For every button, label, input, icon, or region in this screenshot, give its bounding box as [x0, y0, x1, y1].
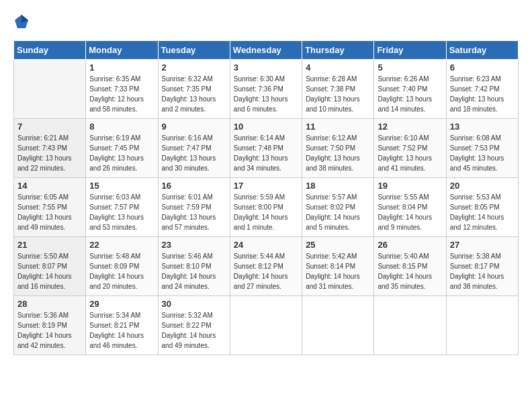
- day-number: 1: [89, 62, 154, 73]
- day-info: Sunrise: 6:19 AM Sunset: 7:45 PM Dayligh…: [89, 133, 154, 173]
- day-number: 17: [234, 181, 298, 191]
- day-cell: 14Sunrise: 6:05 AM Sunset: 7:55 PM Dayli…: [14, 178, 86, 237]
- day-cell: [14, 60, 86, 119]
- day-cell: 9Sunrise: 6:16 AM Sunset: 7:47 PM Daylig…: [158, 119, 230, 178]
- day-number: 18: [306, 181, 370, 191]
- day-info: Sunrise: 5:38 AM Sunset: 8:17 PM Dayligh…: [450, 251, 515, 291]
- day-number: 7: [17, 122, 82, 132]
- day-info: Sunrise: 5:34 AM Sunset: 8:21 PM Dayligh…: [89, 310, 154, 351]
- day-info: Sunrise: 5:44 AM Sunset: 8:12 PM Dayligh…: [234, 251, 298, 291]
- day-number: 12: [378, 122, 442, 132]
- day-cell: 13Sunrise: 6:08 AM Sunset: 7:53 PM Dayli…: [446, 119, 518, 178]
- logo-icon: [13, 13, 30, 30]
- day-number: 19: [378, 181, 442, 191]
- day-cell: 1Sunrise: 6:35 AM Sunset: 7:33 PM Daylig…: [86, 60, 158, 119]
- day-cell: 5Sunrise: 6:26 AM Sunset: 7:40 PM Daylig…: [374, 60, 446, 119]
- day-cell: 20Sunrise: 5:53 AM Sunset: 8:05 PM Dayli…: [446, 178, 518, 237]
- logo: [13, 13, 32, 30]
- day-number: 10: [234, 122, 298, 132]
- header-row: SundayMondayTuesdayWednesdayThursdayFrid…: [14, 41, 519, 60]
- day-number: 4: [306, 62, 370, 73]
- day-cell: 18Sunrise: 5:57 AM Sunset: 8:02 PM Dayli…: [302, 178, 374, 237]
- week-row-2: 7Sunrise: 6:21 AM Sunset: 7:43 PM Daylig…: [14, 119, 519, 178]
- day-cell: 27Sunrise: 5:38 AM Sunset: 8:17 PM Dayli…: [446, 237, 518, 296]
- day-info: Sunrise: 5:59 AM Sunset: 8:00 PM Dayligh…: [234, 192, 298, 232]
- day-number: 28: [17, 299, 82, 309]
- header-cell-monday: Monday: [86, 41, 158, 60]
- day-cell: 15Sunrise: 6:03 AM Sunset: 7:57 PM Dayli…: [86, 178, 158, 237]
- day-info: Sunrise: 6:28 AM Sunset: 7:38 PM Dayligh…: [306, 74, 370, 114]
- day-number: 21: [17, 240, 82, 250]
- header-cell-wednesday: Wednesday: [230, 41, 302, 60]
- day-cell: 7Sunrise: 6:21 AM Sunset: 7:43 PM Daylig…: [14, 119, 86, 178]
- day-cell: 22Sunrise: 5:48 AM Sunset: 8:09 PM Dayli…: [86, 237, 158, 296]
- day-number: 26: [378, 240, 442, 250]
- day-cell: 24Sunrise: 5:44 AM Sunset: 8:12 PM Dayli…: [230, 237, 302, 296]
- week-row-4: 21Sunrise: 5:50 AM Sunset: 8:07 PM Dayli…: [14, 237, 519, 296]
- day-number: 22: [89, 240, 154, 250]
- day-info: Sunrise: 6:03 AM Sunset: 7:57 PM Dayligh…: [89, 192, 154, 232]
- day-info: Sunrise: 6:16 AM Sunset: 7:47 PM Dayligh…: [162, 133, 226, 173]
- day-info: Sunrise: 6:12 AM Sunset: 7:50 PM Dayligh…: [306, 133, 370, 173]
- calendar-table: SundayMondayTuesdayWednesdayThursdayFrid…: [13, 40, 519, 355]
- day-number: 5: [378, 62, 442, 73]
- day-cell: [302, 296, 374, 355]
- day-cell: 30Sunrise: 5:32 AM Sunset: 8:22 PM Dayli…: [158, 296, 230, 355]
- day-info: Sunrise: 6:05 AM Sunset: 7:55 PM Dayligh…: [17, 192, 82, 232]
- day-info: Sunrise: 6:30 AM Sunset: 7:36 PM Dayligh…: [234, 74, 298, 114]
- day-info: Sunrise: 5:57 AM Sunset: 8:02 PM Dayligh…: [306, 192, 370, 232]
- day-number: 25: [306, 240, 370, 250]
- day-cell: 17Sunrise: 5:59 AM Sunset: 8:00 PM Dayli…: [230, 178, 302, 237]
- day-cell: 6Sunrise: 6:23 AM Sunset: 7:42 PM Daylig…: [446, 60, 518, 119]
- day-number: 11: [306, 122, 370, 132]
- day-info: Sunrise: 5:42 AM Sunset: 8:14 PM Dayligh…: [306, 251, 370, 291]
- day-number: 24: [234, 240, 298, 250]
- day-cell: 3Sunrise: 6:30 AM Sunset: 7:36 PM Daylig…: [230, 60, 302, 119]
- header-cell-friday: Friday: [374, 41, 446, 60]
- day-number: 29: [89, 299, 154, 309]
- day-cell: 25Sunrise: 5:42 AM Sunset: 8:14 PM Dayli…: [302, 237, 374, 296]
- day-cell: 10Sunrise: 6:14 AM Sunset: 7:48 PM Dayli…: [230, 119, 302, 178]
- day-cell: 12Sunrise: 6:10 AM Sunset: 7:52 PM Dayli…: [374, 119, 446, 178]
- day-info: Sunrise: 5:36 AM Sunset: 8:19 PM Dayligh…: [17, 310, 82, 351]
- day-cell: 19Sunrise: 5:55 AM Sunset: 8:04 PM Dayli…: [374, 178, 446, 237]
- day-info: Sunrise: 5:32 AM Sunset: 8:22 PM Dayligh…: [162, 310, 226, 351]
- day-cell: 4Sunrise: 6:28 AM Sunset: 7:38 PM Daylig…: [302, 60, 374, 119]
- day-cell: 29Sunrise: 5:34 AM Sunset: 8:21 PM Dayli…: [86, 296, 158, 355]
- day-cell: 21Sunrise: 5:50 AM Sunset: 8:07 PM Dayli…: [14, 237, 86, 296]
- day-info: Sunrise: 6:23 AM Sunset: 7:42 PM Dayligh…: [450, 74, 515, 114]
- day-cell: 28Sunrise: 5:36 AM Sunset: 8:19 PM Dayli…: [14, 296, 86, 355]
- day-info: Sunrise: 5:55 AM Sunset: 8:04 PM Dayligh…: [378, 192, 442, 232]
- header-cell-thursday: Thursday: [302, 41, 374, 60]
- day-info: Sunrise: 6:26 AM Sunset: 7:40 PM Dayligh…: [378, 74, 442, 114]
- day-number: 9: [162, 122, 226, 132]
- day-number: 2: [162, 62, 226, 73]
- day-number: 23: [162, 240, 226, 250]
- day-cell: 11Sunrise: 6:12 AM Sunset: 7:50 PM Dayli…: [302, 119, 374, 178]
- day-number: 13: [450, 122, 515, 132]
- day-number: 14: [17, 181, 82, 191]
- day-info: Sunrise: 6:10 AM Sunset: 7:52 PM Dayligh…: [378, 133, 442, 173]
- day-info: Sunrise: 5:46 AM Sunset: 8:10 PM Dayligh…: [162, 251, 226, 291]
- day-number: 16: [162, 181, 226, 191]
- day-number: 15: [89, 181, 154, 191]
- day-info: Sunrise: 6:14 AM Sunset: 7:48 PM Dayligh…: [234, 133, 298, 173]
- day-number: 27: [450, 240, 515, 250]
- day-cell: 16Sunrise: 6:01 AM Sunset: 7:59 PM Dayli…: [158, 178, 230, 237]
- day-number: 30: [162, 299, 226, 309]
- page-header: [13, 13, 519, 30]
- header-cell-tuesday: Tuesday: [158, 41, 230, 60]
- day-info: Sunrise: 6:32 AM Sunset: 7:35 PM Dayligh…: [162, 74, 226, 114]
- day-number: 20: [450, 181, 515, 191]
- day-info: Sunrise: 6:08 AM Sunset: 7:53 PM Dayligh…: [450, 133, 515, 173]
- week-row-5: 28Sunrise: 5:36 AM Sunset: 8:19 PM Dayli…: [14, 296, 519, 355]
- day-cell: 23Sunrise: 5:46 AM Sunset: 8:10 PM Dayli…: [158, 237, 230, 296]
- day-info: Sunrise: 6:35 AM Sunset: 7:33 PM Dayligh…: [89, 74, 154, 114]
- day-number: 8: [89, 122, 154, 132]
- week-row-1: 1Sunrise: 6:35 AM Sunset: 7:33 PM Daylig…: [14, 60, 519, 119]
- header-cell-sunday: Sunday: [14, 41, 86, 60]
- day-info: Sunrise: 6:01 AM Sunset: 7:59 PM Dayligh…: [162, 192, 226, 232]
- day-cell: [446, 296, 518, 355]
- day-cell: 8Sunrise: 6:19 AM Sunset: 7:45 PM Daylig…: [86, 119, 158, 178]
- day-number: 6: [450, 62, 515, 73]
